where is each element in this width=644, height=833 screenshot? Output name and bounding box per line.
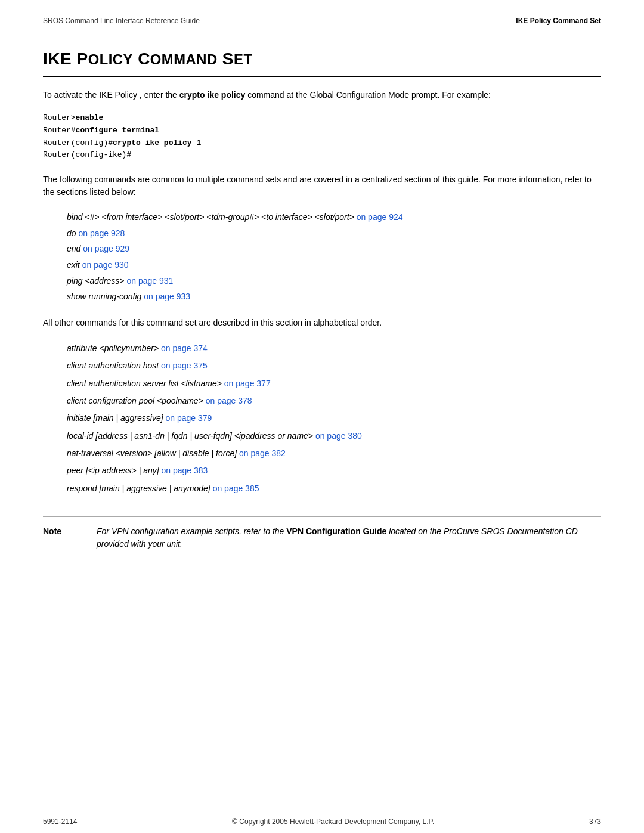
link-client-auth-host[interactable]: on page 375 (161, 361, 208, 370)
code-line-4: Router(config-ike)# (43, 149, 601, 162)
link-item-ping: ping <address> on page 931 (67, 273, 601, 289)
link-client-config[interactable]: on page 378 (206, 396, 252, 405)
link-nat-traversal[interactable]: on page 382 (239, 448, 286, 458)
page-header: SROS Command Line Interface Reference Gu… (0, 0, 644, 30)
note-label: Note (43, 525, 97, 550)
chapter-title: IKE POLICY COMMAND SET (43, 49, 601, 77)
link-item-exit: exit on page 930 (67, 257, 601, 273)
link-do[interactable]: on page 928 (78, 228, 125, 238)
link-client-auth-server[interactable]: on page 377 (224, 379, 271, 388)
link-ping[interactable]: on page 931 (126, 276, 173, 286)
all-commands-intro: All other commands for this command set … (43, 317, 601, 329)
link-peer[interactable]: on page 383 (162, 466, 208, 475)
common-commands-intro: The following commands are common to mul… (43, 174, 601, 199)
cmd-item-local-id: local-id [address | asn1-dn | fqdn | use… (67, 428, 601, 445)
cmd-item-client-auth-host: client authentication host on page 375 (67, 357, 601, 374)
link-attribute[interactable]: on page 374 (161, 343, 208, 353)
cmd-item-initiate: initiate [main | aggressive] on page 379 (67, 410, 601, 427)
link-item-show: show running-config on page 933 (67, 289, 601, 305)
cmd-item-peer: peer [<ip address> | any] on page 383 (67, 462, 601, 479)
link-item-end: end on page 929 (67, 241, 601, 257)
footer-left: 5991-2114 (43, 817, 77, 826)
note-content: For VPN configuration example scripts, r… (97, 525, 601, 550)
title-text: IKE POLICY COMMAND SET (43, 49, 252, 68)
footer-right: 373 (589, 817, 601, 826)
link-item-bind: bind <#> <from interface> <slot/port> <t… (67, 209, 601, 225)
link-end[interactable]: on page 929 (83, 244, 129, 253)
intro-paragraph: To activate the IKE Policy , enter the c… (43, 89, 601, 101)
cmd-item-attribute: attribute <policynumber> on page 374 (67, 340, 601, 357)
cmd-item-respond: respond [main | aggressive | anymode] on… (67, 480, 601, 497)
code-line-1: Router>enable (43, 112, 601, 125)
header-right: IKE Policy Command Set (516, 17, 601, 25)
page-footer: 5991-2114 © Copyright 2005 Hewlett-Packa… (0, 810, 644, 833)
link-show[interactable]: on page 933 (144, 292, 190, 301)
link-initiate[interactable]: on page 379 (166, 413, 212, 423)
link-respond[interactable]: on page 385 (213, 484, 259, 493)
page: SROS Command Line Interface Reference Gu… (0, 0, 644, 833)
cmd-item-client-config: client configuration pool <poolname> on … (67, 392, 601, 410)
code-line-3: Router(config)#crypto ike policy 1 (43, 137, 601, 150)
link-bind[interactable]: on page 924 (357, 212, 403, 222)
link-item-do: do on page 928 (67, 225, 601, 241)
footer-center: © Copyright 2005 Hewlett-Packard Develop… (232, 817, 434, 826)
link-local-id[interactable]: on page 380 (315, 431, 362, 441)
link-exit[interactable]: on page 930 (82, 260, 129, 270)
cmd-item-nat-traversal: nat-traversal <version> [allow | disable… (67, 445, 601, 462)
note-box: Note For VPN configuration example scrip… (43, 516, 601, 559)
code-block: Router>enable Router#configure terminal … (43, 112, 601, 162)
page-content: IKE POLICY COMMAND SET To activate the I… (0, 30, 644, 810)
command-links-list: attribute <policynumber> on page 374 cli… (67, 340, 601, 498)
code-line-2: Router#configure terminal (43, 125, 601, 137)
cmd-item-client-auth-server: client authentication server list <listn… (67, 375, 601, 392)
common-links-list: bind <#> <from interface> <slot/port> <t… (67, 209, 601, 305)
header-left: SROS Command Line Interface Reference Gu… (43, 17, 200, 25)
